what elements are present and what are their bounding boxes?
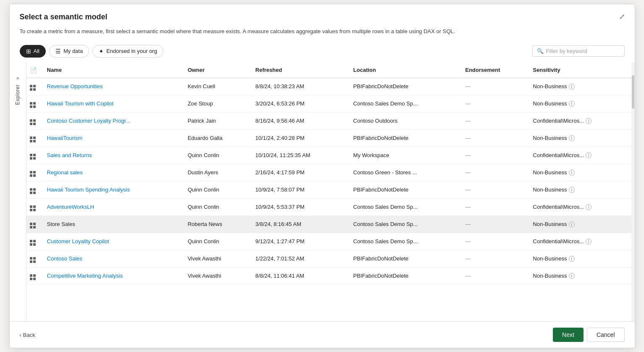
sensitivity-info-icon[interactable]: i [569, 273, 575, 279]
row-name-cell[interactable]: Contoso Customer Loyalty Progr... [42, 112, 183, 129]
row-name-cell[interactable]: AdventureWorksLH [42, 198, 183, 215]
row-name-link[interactable]: HawaiiTourism [47, 135, 83, 141]
col-header-sensitivity[interactable]: Sensitivity [528, 63, 631, 78]
row-name-cell[interactable]: Regional sales [42, 164, 183, 181]
filter-tabs: ⊞All☰My data✦Endorsed in your org [20, 45, 163, 58]
table-row[interactable]: Contoso Customer Loyalty Progr... Patric… [26, 112, 631, 129]
row-item-icon [30, 257, 36, 263]
row-icon-cell [26, 250, 42, 267]
row-name-cell[interactable]: HawaiiTourism [42, 129, 183, 147]
col-header-name[interactable]: Name [42, 63, 183, 78]
row-icon-cell [26, 164, 42, 181]
row-endorsement-cell: — [460, 233, 528, 250]
row-name-link[interactable]: Sales and Returns [47, 152, 92, 158]
sensitivity-label: Non-Business [533, 255, 567, 262]
table-row[interactable]: Sales and Returns Quinn Conlin 10/10/24,… [26, 147, 631, 164]
sensitivity-label: Non-Business [533, 187, 567, 193]
row-location-cell: PBIFabricDoNotDelete [348, 181, 460, 198]
row-name-cell[interactable]: Sales and Returns [42, 147, 183, 164]
table-row[interactable]: Hawaii Tourism Spending Analysis Quinn C… [26, 181, 631, 198]
table-row[interactable]: Revenue Opportunities Kevin Cuell 8/8/24… [26, 78, 631, 95]
row-location-cell: Contoso Outdoors [348, 112, 460, 129]
row-name-cell[interactable]: Revenue Opportunities [42, 78, 183, 95]
table-row[interactable]: Competitive Marketing Analysis Vivek Awa… [26, 267, 631, 284]
row-name: Store Sales [47, 221, 75, 227]
table-row[interactable]: Contoso Sales Vivek Awasthi 1/22/24, 7:0… [26, 250, 631, 267]
table-row[interactable]: HawaiiTourism Eduardo Galla 10/1/24, 2:4… [26, 129, 631, 147]
file-header-icon: 📄 [30, 67, 37, 74]
table-row[interactable]: Hawaii Tourism with Copilot Zoe Stoup 3/… [26, 95, 631, 112]
table-row[interactable]: Regional sales Dustin Ayers 2/16/24, 4:1… [26, 164, 631, 181]
tab-endorsed[interactable]: ✦Endorsed in your org [92, 45, 163, 58]
table-row[interactable]: AdventureWorksLH Quinn Conlin 10/9/24, 5… [26, 198, 631, 215]
row-name-cell[interactable]: Hawaii Tourism with Copilot [42, 95, 183, 112]
row-name-link[interactable]: Revenue Opportunities [47, 83, 103, 89]
sensitivity-info-icon[interactable]: i [586, 239, 591, 244]
tab-all[interactable]: ⊞All [20, 45, 46, 58]
sensitivity-label: Non-Business [533, 273, 567, 279]
row-name-link[interactable]: Competitive Marketing Analysis [47, 273, 123, 279]
cancel-button[interactable]: Cancel [587, 328, 625, 342]
tab-mydata[interactable]: ☰My data [49, 45, 89, 58]
sidebar-chevron-icon[interactable]: » [16, 75, 19, 81]
sensitivity-info-icon[interactable]: i [569, 256, 575, 262]
row-sensitivity-cell: Non-Business i [528, 164, 631, 181]
next-button[interactable]: Next [553, 328, 584, 342]
sensitivity-info-icon[interactable]: i [569, 170, 575, 176]
sensitivity-info-icon[interactable]: i [569, 187, 575, 193]
sensitivity-label: Confidential\Micros... [533, 118, 584, 124]
sensitivity-info-icon[interactable]: i [586, 152, 591, 158]
sensitivity-info-icon[interactable]: i [569, 135, 575, 141]
sensitivity-info-icon[interactable]: i [569, 84, 575, 89]
row-location-cell: PBIFabricDoNotDelete [348, 250, 460, 267]
row-name-link[interactable]: Contoso Sales [47, 255, 83, 262]
col-header-endorsement[interactable]: Endorsement [460, 63, 528, 78]
row-name-link[interactable]: Customer Loyality Copilot [47, 238, 109, 244]
footer-actions: Next Cancel [553, 328, 624, 342]
row-name-link[interactable]: Hawaii Tourism with Copilot [47, 100, 114, 107]
search-input[interactable] [546, 48, 620, 54]
sensitivity-label: Confidential\Micros... [533, 204, 584, 210]
row-name-cell[interactable]: Customer Loyality Copilot [42, 233, 183, 250]
table-row[interactable]: Customer Loyality Copilot Quinn Conlin 9… [26, 233, 631, 250]
row-item-icon [30, 85, 36, 91]
scroll-thumb[interactable] [632, 75, 634, 109]
scrollbar[interactable] [631, 63, 635, 322]
sensitivity-info-icon[interactable]: i [569, 101, 575, 107]
table-row[interactable]: Store Sales Roberta News 3/8/24, 8:16:45… [26, 215, 631, 233]
row-name-link[interactable]: Hawaii Tourism Spending Analysis [47, 187, 130, 193]
col-header-owner[interactable]: Owner [183, 63, 250, 78]
row-icon-cell [26, 129, 42, 147]
row-location-cell: Contoso Sales Demo Sp... [348, 198, 460, 215]
search-box[interactable]: 🔍 [532, 45, 625, 57]
row-name-cell[interactable]: Competitive Marketing Analysis [42, 267, 183, 284]
sensitivity-label: Non-Business [533, 221, 567, 227]
sidebar: » Explorer [10, 63, 26, 322]
row-item-icon [30, 274, 36, 280]
row-name-cell[interactable]: Hawaii Tourism Spending Analysis [42, 181, 183, 198]
row-endorsement-cell: — [460, 95, 528, 112]
sensitivity-info-icon[interactable]: i [586, 204, 591, 210]
table-container: 📄 Name Owner Refreshed Location Endorsem… [26, 63, 631, 322]
sensitivity-info-icon[interactable]: i [586, 118, 591, 124]
sensitivity-info-icon[interactable]: i [569, 221, 575, 227]
sidebar-label[interactable]: Explorer [15, 84, 21, 105]
endorsed-tab-label: Endorsed in your org [106, 48, 157, 54]
expand-icon[interactable]: ⤢ [619, 13, 625, 21]
row-name-cell[interactable]: Store Sales [42, 215, 183, 233]
row-name-link[interactable]: Contoso Customer Loyalty Progr... [47, 118, 131, 124]
col-header-refreshed[interactable]: Refreshed [250, 63, 348, 78]
back-button[interactable]: ‹ Back [20, 332, 35, 338]
row-name-link[interactable]: AdventureWorksLH [47, 204, 94, 210]
row-name-link[interactable]: Regional sales [47, 169, 83, 176]
row-refreshed-cell: 10/1/24, 2:40:28 PM [250, 129, 348, 147]
col-header-location[interactable]: Location [348, 63, 460, 78]
row-icon-cell [26, 95, 42, 112]
row-item-icon [30, 137, 36, 142]
row-endorsement-cell: — [460, 147, 528, 164]
row-refreshed-cell: 10/9/24, 7:58:07 PM [250, 181, 348, 198]
row-owner-cell: Vivek Awasthi [183, 250, 250, 267]
sensitivity-badge: Non-Business i [533, 221, 575, 227]
row-name-cell[interactable]: Contoso Sales [42, 250, 183, 267]
row-refreshed-cell: 1/22/24, 7:01:52 AM [250, 250, 348, 267]
